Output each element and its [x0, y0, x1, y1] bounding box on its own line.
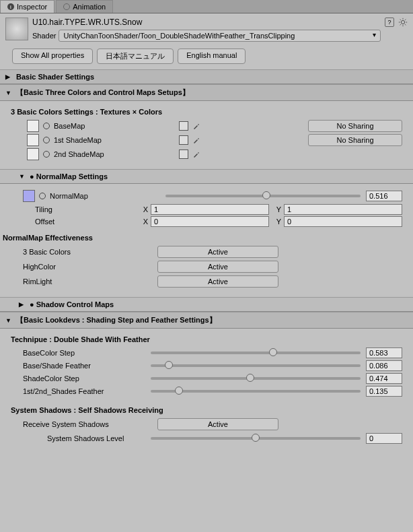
eff2-button[interactable]: Active: [157, 261, 278, 273]
three-colors-content: 3 Basic Colors Settings : Textures × Col…: [0, 101, 413, 169]
chevron-down-icon: ▼: [19, 173, 26, 180]
en-manual-button[interactable]: English manual: [178, 48, 246, 64]
shadows-level-slider[interactable]: [151, 437, 361, 440]
chevron-down-icon: ▼: [5, 90, 12, 96]
section-three-colors[interactable]: ▼ 【Basic Three Colors and Control Maps S…: [0, 84, 413, 101]
help-icon[interactable]: ?: [385, 18, 394, 27]
three-colors-heading: 3 Basic Colors Settings : Textures × Col…: [11, 108, 402, 116]
material-preview[interactable]: [5, 18, 28, 40]
normalmap-slider[interactable]: [165, 195, 361, 197]
tiling-y[interactable]: 1: [284, 204, 402, 215]
basemap-radio[interactable]: [43, 123, 50, 129]
system-shadows-heading: System Shadows : Self Shadows Receiving: [11, 406, 402, 414]
tab-label: Animation: [73, 3, 106, 11]
svg-point-0: [401, 20, 404, 24]
eyedropper-icon[interactable]: [192, 122, 200, 130]
eff-heading: NormalMap Effectiveness: [3, 234, 402, 242]
tab-inspector[interactable]: i Inspector: [0, 0, 54, 13]
section-lookdevs[interactable]: ▼ 【Basic Lookdevs : Shading Step and Fea…: [0, 312, 413, 329]
shade2-swatch[interactable]: [27, 148, 39, 160]
eyedropper-icon[interactable]: [192, 136, 200, 144]
eff1-label: 3 Basic Colors: [11, 248, 152, 256]
shades-feather-label: 1st/2nd_Shades Feather: [11, 387, 145, 395]
eyedropper-icon[interactable]: [192, 150, 200, 158]
shade1-sharing-button[interactable]: No Sharing: [308, 134, 402, 146]
shadecolor-step-value[interactable]: 0.474: [366, 373, 402, 384]
receive-shadows-label: Receive System Shadows: [11, 420, 152, 428]
section-title: Basic Shader Settings: [16, 73, 94, 81]
chevron-right-icon: ▶: [5, 73, 12, 80]
section-basic-shader[interactable]: ▶ Basic Shader Settings: [0, 69, 413, 84]
technique-content: Technipue : Double Shade With Feather Ba…: [0, 329, 413, 453]
eff1-button[interactable]: Active: [157, 246, 278, 258]
normalmap-content: NormalMap 0.516 Tiling X 1 Y 1 Offset X …: [0, 184, 413, 297]
shadows-level-label: System Shadows Level: [11, 434, 145, 442]
chevron-down-icon: ▼: [5, 317, 12, 324]
tiling-label: Tiling: [11, 205, 136, 213]
gear-icon[interactable]: [398, 18, 408, 27]
material-title: U10.hair.TYPE.WR.UTS.Snow: [32, 18, 381, 27]
y-label: Y: [272, 218, 281, 226]
basemap-color-check[interactable]: [179, 121, 188, 131]
baseshade-feather-label: Base/Shade Feather: [11, 362, 145, 370]
normalmap-radio[interactable]: [39, 193, 46, 199]
eff3-button[interactable]: Active: [157, 275, 278, 288]
tab-animation[interactable]: Animation: [56, 0, 113, 13]
basemap-label: BaseMap: [54, 122, 175, 130]
info-icon: i: [7, 3, 14, 10]
normalmap-swatch[interactable]: [23, 190, 35, 202]
offset-x[interactable]: 0: [151, 216, 269, 227]
tiling-x[interactable]: 1: [151, 204, 269, 215]
shader-dropdown[interactable]: UnityChanToonShader/Toon_DoubleShadeWith…: [59, 30, 381, 42]
offset-y[interactable]: 0: [284, 216, 402, 227]
baseshade-feather-slider[interactable]: [151, 364, 361, 367]
shader-label: Shader: [32, 32, 56, 40]
tab-label: Inspector: [17, 3, 47, 11]
eff3-label: RimLight: [11, 277, 152, 286]
button-row: Show All properties 日本語マニュアル English man…: [0, 48, 413, 69]
eff2-label: HighColor: [11, 263, 152, 271]
show-all-button[interactable]: Show All properties: [12, 48, 93, 64]
normalmap-label: NormalMap: [50, 192, 88, 200]
section-shadow-control[interactable]: ▶ ● Shadow Control Maps: [0, 297, 413, 312]
section-title: 【Basic Lookdevs : Shading Step and Feath…: [16, 315, 217, 325]
section-title: 【Basic Three Colors and Control Maps Set…: [16, 88, 190, 98]
receive-shadows-button[interactable]: Active: [157, 418, 278, 430]
x-label: X: [139, 205, 148, 213]
normalmap-value[interactable]: 0.516: [366, 191, 402, 201]
basecolor-step-slider[interactable]: [151, 352, 361, 354]
shadecolor-step-slider[interactable]: [151, 377, 361, 380]
tab-bar: i Inspector Animation: [0, 0, 413, 13]
jp-manual-button[interactable]: 日本語マニュアル: [97, 48, 174, 64]
shade2-label: 2nd ShadeMap: [54, 150, 175, 158]
y-label: Y: [272, 205, 281, 213]
basemap-swatch[interactable]: [27, 120, 39, 132]
clock-icon: [63, 3, 70, 10]
shade1-radio[interactable]: [43, 137, 50, 143]
shade1-color-check[interactable]: [179, 135, 188, 145]
section-title: ● NormalMap Settings: [30, 172, 108, 180]
shade1-swatch[interactable]: [27, 134, 39, 146]
basemap-sharing-button[interactable]: No Sharing: [308, 120, 402, 132]
x-label: X: [139, 218, 148, 226]
section-title: ● Shadow Control Maps: [30, 300, 114, 308]
shade2-color-check[interactable]: [179, 149, 188, 159]
shade1-label: 1st ShadeMap: [54, 136, 175, 144]
shade2-radio[interactable]: [43, 151, 50, 158]
shades-feather-slider[interactable]: [151, 390, 361, 393]
chevron-right-icon: ▶: [19, 301, 26, 308]
offset-label: Offset: [11, 218, 136, 226]
shades-feather-value[interactable]: 0.135: [366, 386, 402, 397]
material-header: U10.hair.TYPE.WR.UTS.Snow Shader UnityCh…: [0, 13, 413, 48]
technique-heading: Technipue : Double Shade With Feather: [11, 335, 402, 343]
shadecolor-step-label: ShadeColor Step: [11, 374, 145, 383]
section-normalmap[interactable]: ▼ ● NormalMap Settings: [0, 169, 413, 184]
shadows-level-value[interactable]: 0: [366, 433, 402, 444]
baseshade-feather-value[interactable]: 0.086: [366, 360, 402, 371]
basecolor-step-label: BaseColor Step: [11, 349, 145, 357]
basecolor-step-value[interactable]: 0.583: [366, 347, 402, 358]
